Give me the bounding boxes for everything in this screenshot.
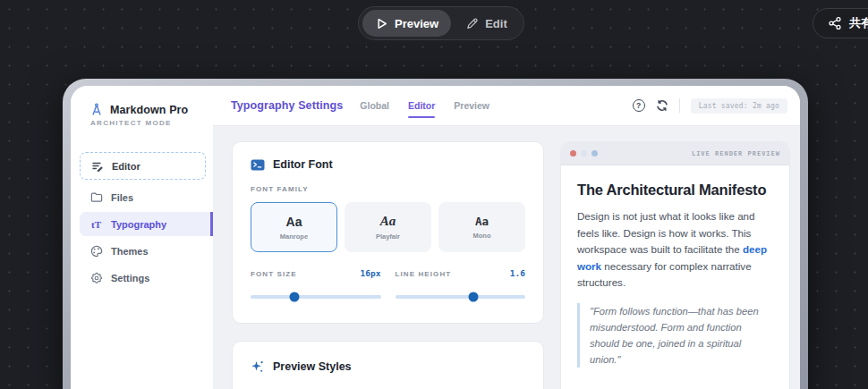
page-header: Typography Settings Global Editor Previe…: [213, 86, 800, 126]
view-mode-toggle: Preview Edit: [358, 6, 524, 40]
gear-icon: [89, 272, 103, 284]
sidebar-item-label: Editor: [112, 161, 140, 172]
font-option-name: Manrope: [280, 233, 308, 241]
sidebar-item-themes[interactable]: Themes: [80, 239, 206, 263]
live-preview-label: LIVE RENDER PREVIEW: [692, 150, 780, 157]
preview-document: The Architectural Manifesto Design is no…: [561, 165, 789, 384]
line-height-control: LINE HEIGHT 1.6: [396, 268, 526, 301]
font-sample: Aa: [286, 215, 302, 229]
type-icon: tT: [89, 219, 103, 230]
tab-preview[interactable]: Preview: [454, 100, 489, 111]
share-icon: [828, 16, 842, 30]
header-divider: [679, 98, 680, 113]
font-option-mono[interactable]: Aa Mono: [438, 202, 525, 252]
help-icon[interactable]: ?: [633, 99, 645, 112]
window-dot-blue: [591, 150, 598, 156]
palette-icon: [89, 245, 103, 258]
font-size-label: FONT SIZE: [251, 270, 297, 278]
preview-paragraph: Design is not just what it looks like an…: [577, 208, 773, 292]
sidebar-item-editor[interactable]: Editor: [80, 152, 206, 180]
font-size-value: 16px: [361, 268, 381, 278]
app-logo-row: Markdown Pro: [90, 103, 213, 116]
font-family-label: FONT FAMILY: [251, 185, 525, 193]
editor-font-title: Editor Font: [273, 158, 333, 171]
font-sample: Aa: [475, 215, 489, 228]
sync-icon[interactable]: [656, 99, 668, 112]
folder-icon: [89, 191, 103, 203]
preview-styles-title: Preview Styles: [273, 360, 352, 373]
play-icon: [375, 17, 388, 30]
last-saved-badge: Last saved: 2m ago: [691, 98, 787, 114]
pencil-icon: [465, 17, 479, 30]
font-family-options: Aa Manrope Aa Playfair Aa Mono: [251, 202, 525, 252]
sidebar-nav: Editor Files tT Typography Themes: [71, 152, 213, 290]
font-sample: Aa: [380, 214, 396, 229]
live-preview-panel: LIVE RENDER PREVIEW The Architectural Ma…: [560, 141, 790, 389]
window-dot-pale: [581, 150, 587, 156]
preview-blockquote: "Form follows function—that has been mis…: [577, 303, 773, 368]
header-actions: ? Last saved: 2m ago: [633, 98, 787, 114]
tab-global[interactable]: Global: [360, 100, 389, 111]
line-height-value: 1.6: [510, 268, 525, 278]
page-title: Typography Settings: [231, 99, 343, 112]
preview-panel-header: LIVE RENDER PREVIEW: [561, 142, 789, 165]
list-pencil-icon: [90, 160, 104, 173]
edit-toggle-button[interactable]: Edit: [453, 10, 520, 37]
editor-font-card: Editor Font FONT FAMILY Aa Manrope Aa Pl…: [232, 141, 544, 324]
slider-track: [396, 295, 526, 299]
preview-heading: The Architectural Manifesto: [577, 182, 773, 199]
tab-editor[interactable]: Editor: [408, 100, 435, 111]
slider-track: [251, 295, 381, 299]
sparkles-icon: [251, 359, 265, 374]
sidebar-item-typography[interactable]: tT Typography: [80, 212, 213, 236]
share-label: 共有: [849, 15, 868, 31]
font-option-playfair[interactable]: Aa Playfair: [345, 202, 431, 252]
line-height-label: LINE HEIGHT: [396, 270, 452, 278]
slider-thumb[interactable]: [468, 292, 478, 302]
window-dot-red: [570, 150, 576, 156]
sidebar-item-label: Files: [111, 192, 133, 203]
preview-toggle-label: Preview: [395, 17, 438, 30]
app-title: Markdown Pro: [110, 104, 188, 116]
sidebar-item-settings[interactable]: Settings: [80, 266, 206, 290]
terminal-icon: [251, 159, 265, 171]
font-option-name: Mono: [473, 232, 491, 240]
preview-styles-card: Preview Styles: [232, 341, 544, 389]
font-option-manrope[interactable]: Aa Manrope: [251, 202, 337, 252]
main-content: Editor Font FONT FAMILY Aa Manrope Aa Pl…: [213, 126, 800, 389]
device-frame: Markdown Pro ARCHITECT MODE Editor Files: [63, 79, 808, 389]
line-height-slider[interactable]: [396, 292, 526, 301]
slider-thumb[interactable]: [290, 292, 300, 302]
header-tabs: Global Editor Preview: [360, 100, 489, 111]
sidebar-item-files[interactable]: Files: [80, 185, 206, 209]
paragraph-text: necessary for complex narrative structur…: [577, 260, 752, 289]
preview-toggle-button[interactable]: Preview: [362, 10, 451, 37]
app-window: Markdown Pro ARCHITECT MODE Editor Files: [71, 86, 800, 389]
paragraph-text: Design is not just what it looks like an…: [577, 210, 754, 255]
sidebar: Markdown Pro ARCHITECT MODE Editor Files: [71, 86, 213, 389]
font-size-control: FONT SIZE 16px: [251, 268, 381, 301]
share-button[interactable]: 共有: [813, 8, 868, 38]
sidebar-item-label: Typography: [111, 219, 166, 230]
sidebar-item-label: Settings: [111, 273, 149, 283]
sidebar-item-label: Themes: [111, 246, 149, 257]
font-size-slider[interactable]: [251, 292, 381, 301]
edit-toggle-label: Edit: [485, 17, 507, 30]
font-option-name: Playfair: [376, 233, 400, 241]
app-subtitle: ARCHITECT MODE: [90, 119, 213, 127]
compass-logo-icon: [90, 103, 103, 116]
